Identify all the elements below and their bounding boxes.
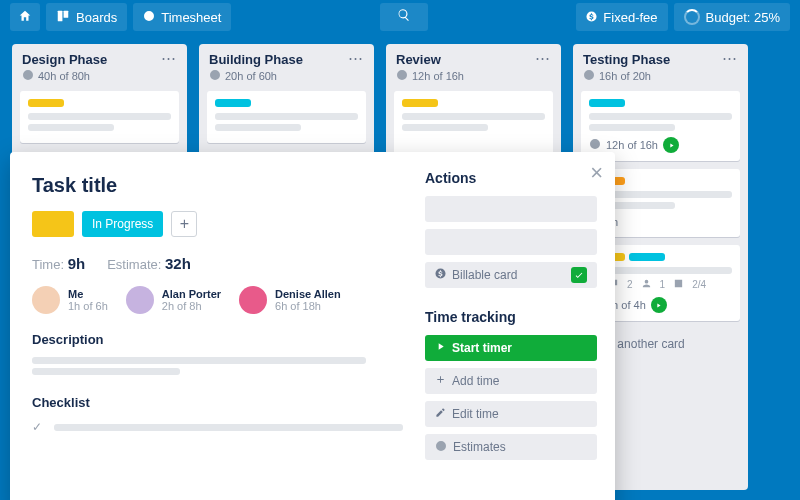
time-tracking-heading: Time tracking xyxy=(425,309,597,325)
clock-icon xyxy=(209,69,221,83)
clock-icon xyxy=(396,69,408,83)
plus-icon xyxy=(435,374,446,388)
home-icon xyxy=(18,9,32,26)
comments-count: 2 xyxy=(627,279,633,290)
member-time: 6h of 18h xyxy=(275,300,341,312)
clock-icon xyxy=(435,440,447,455)
timesheet-label: Timesheet xyxy=(161,10,221,25)
checklist-heading: Checklist xyxy=(32,395,403,410)
card[interactable] xyxy=(207,91,366,143)
clock-icon xyxy=(22,69,34,83)
boards-label: Boards xyxy=(76,10,117,25)
add-label-button[interactable]: + xyxy=(171,211,197,237)
progress-icon xyxy=(684,9,700,25)
start-timer-button[interactable]: Start timer xyxy=(425,335,597,361)
column-menu-icon[interactable]: ⋯ xyxy=(348,52,364,62)
start-timer-label: Start timer xyxy=(452,341,512,355)
play-icon[interactable] xyxy=(663,137,679,153)
avatar xyxy=(126,286,154,314)
actions-heading: Actions xyxy=(425,170,597,186)
avatar xyxy=(32,286,60,314)
member-time: 1h of 6h xyxy=(68,300,108,312)
column-menu-icon[interactable]: ⋯ xyxy=(535,52,551,62)
action-button[interactable]: . xyxy=(425,196,597,222)
checklist-icon xyxy=(673,278,684,291)
add-time-label: Add time xyxy=(452,374,499,388)
card-time: 12h of 16h xyxy=(606,139,658,151)
boards-button[interactable]: Boards xyxy=(46,3,127,31)
add-time-button[interactable]: Add time xyxy=(425,368,597,394)
close-icon[interactable]: × xyxy=(590,160,603,186)
budget-label: Budget: 25% xyxy=(706,10,780,25)
estimate-label: Estimate: xyxy=(107,257,161,272)
label-cyan xyxy=(215,99,251,107)
member[interactable]: Alan Porter2h of 8h xyxy=(126,286,221,314)
column-menu-icon[interactable]: ⋯ xyxy=(722,52,738,62)
label-cyan xyxy=(629,253,665,261)
column-title[interactable]: Testing Phase xyxy=(583,52,670,67)
checklist-count: 2/4 xyxy=(692,279,706,290)
column-title[interactable]: Review xyxy=(396,52,464,67)
dollar-icon xyxy=(586,10,597,25)
fixed-fee-label: Fixed-fee xyxy=(603,10,657,25)
estimate-value: 32h xyxy=(165,255,191,272)
column-title[interactable]: Building Phase xyxy=(209,52,303,67)
card[interactable] xyxy=(20,91,179,143)
status-badge[interactable]: In Progress xyxy=(82,211,163,237)
member-name: Me xyxy=(68,288,108,300)
label-yellow xyxy=(402,99,438,107)
check-icon: ✓ xyxy=(32,420,46,434)
search-icon xyxy=(397,8,411,26)
avatar xyxy=(239,286,267,314)
edit-time-button[interactable]: Edit time xyxy=(425,401,597,427)
checkmark-icon xyxy=(571,267,587,283)
billable-label: Billable card xyxy=(452,268,517,282)
billable-toggle[interactable]: Billable card xyxy=(425,262,597,288)
pencil-icon xyxy=(435,407,446,421)
clock-icon xyxy=(589,138,601,152)
label-swatch-yellow[interactable] xyxy=(32,211,74,237)
dollar-icon xyxy=(435,268,446,282)
clock-icon xyxy=(583,69,595,83)
label-cyan xyxy=(589,99,625,107)
member-name: Alan Porter xyxy=(162,288,221,300)
column-subtext: 12h of 16h xyxy=(412,70,464,82)
time-label: Time: xyxy=(32,257,64,272)
boards-icon xyxy=(56,9,70,26)
estimates-label: Estimates xyxy=(453,440,506,454)
member-time: 2h of 8h xyxy=(162,300,221,312)
member[interactable]: Denise Allen6h of 18h xyxy=(239,286,341,314)
column-subtext: 20h of 60h xyxy=(225,70,277,82)
search-input[interactable] xyxy=(380,3,428,31)
column-menu-icon[interactable]: ⋯ xyxy=(161,52,177,62)
attachment-icon xyxy=(641,278,652,291)
member[interactable]: Me1h of 6h xyxy=(32,286,108,314)
action-button[interactable]: . xyxy=(425,229,597,255)
clock-icon xyxy=(143,10,155,25)
play-icon xyxy=(435,341,446,355)
card[interactable]: 12h of 16h xyxy=(581,91,740,161)
column-subtext: 16h of 20h xyxy=(599,70,651,82)
checklist-item[interactable]: ✓ xyxy=(32,420,403,434)
column-subtext: 40h of 80h xyxy=(38,70,90,82)
label-yellow xyxy=(28,99,64,107)
task-modal: × Task title In Progress + Time: 9h Esti… xyxy=(10,152,615,500)
member-name: Denise Allen xyxy=(275,288,341,300)
home-button[interactable] xyxy=(10,3,40,31)
description-heading: Description xyxy=(32,332,403,347)
budget-button[interactable]: Budget: 25% xyxy=(674,3,790,31)
column-title[interactable]: Design Phase xyxy=(22,52,107,67)
time-value: 9h xyxy=(68,255,86,272)
task-title[interactable]: Task title xyxy=(32,174,403,197)
fixed-fee-button[interactable]: Fixed-fee xyxy=(576,3,667,31)
svg-rect-0 xyxy=(58,10,63,21)
estimates-button[interactable]: Estimates xyxy=(425,434,597,460)
edit-time-label: Edit time xyxy=(452,407,499,421)
timesheet-button[interactable]: Timesheet xyxy=(133,3,231,31)
play-icon[interactable] xyxy=(651,297,667,313)
svg-rect-1 xyxy=(64,10,69,17)
users-count: 1 xyxy=(660,279,666,290)
